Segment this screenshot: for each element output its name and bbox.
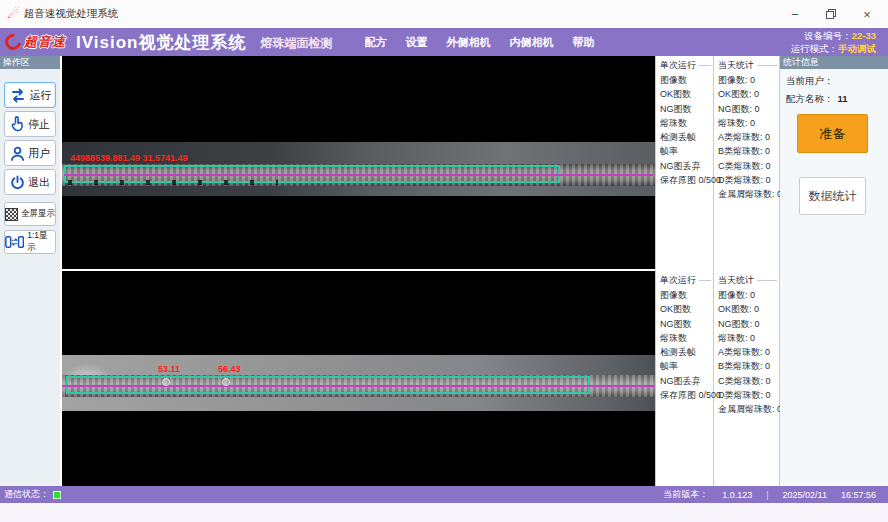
app-icon: ☄	[7, 7, 18, 21]
user-icon	[10, 146, 25, 161]
exit-button[interactable]: 退出	[4, 169, 56, 195]
stats-camera2-daily: 当天统计 图像数: 0 OK图数: 0 NG图数: 0 熔珠数: 0 A类熔珠数…	[714, 271, 779, 486]
stat-row: 图像数	[656, 288, 713, 302]
device-info: 设备编号：22-33 运行模式：手动调试	[791, 29, 888, 55]
stat-row: OK图数: 0	[714, 87, 779, 101]
stat-row: 熔珠数: 0	[714, 116, 779, 130]
one-to-one-icon	[5, 235, 24, 249]
stat-row: OK图数: 0	[714, 302, 779, 316]
version-value: 1.0.123	[722, 490, 752, 500]
stat-row: A类熔珠数: 0	[714, 345, 779, 359]
recipe-name-label: 配方名称：	[786, 93, 834, 104]
user-button-label: 用户	[28, 146, 50, 161]
status-separator: |	[766, 490, 768, 500]
status-date: 2025/02/11	[783, 490, 827, 500]
camera2-defect-marker-1	[162, 378, 170, 386]
stat-row: 金属屑熔珠数: 0	[714, 187, 779, 201]
stat-row: 检测丢帧	[656, 130, 713, 144]
statistics-info-panel: 统计信息 当前用户： 配方名称：11 准备 数据统计	[780, 56, 888, 486]
app-title: IVision视觉处理系统	[76, 31, 246, 54]
minimize-button[interactable]: −	[784, 5, 806, 23]
app-subtitle: 熔珠端面检测	[260, 35, 332, 52]
brand-logo-text: 超音速	[24, 33, 66, 51]
stats-camera1-daily: 当天统计 图像数: 0 OK图数: 0 NG图数: 0 熔珠数: 0 A类熔珠数…	[714, 56, 779, 268]
stat-row: C类熔珠数: 0	[714, 159, 779, 173]
prepare-button[interactable]: 准备	[797, 114, 868, 153]
stat-row: 保存原图 0/500	[656, 388, 713, 402]
exit-button-label: 退出	[28, 175, 50, 190]
window-controls: − ×	[784, 5, 888, 23]
data-statistics-button[interactable]: 数据统计	[799, 177, 866, 215]
one-to-one-button[interactable]: 1:1显示	[4, 230, 56, 254]
stat-row: 金属屑熔珠数: 0	[714, 402, 779, 416]
status-bar-right: 当前版本： 1.0.123 | 2025/02/11 16:57:56	[663, 488, 888, 501]
sidebar-operations: 操作区 运行 停止 用户 退出 全屏显示 1:1显示	[0, 56, 60, 486]
menu-item-inner-camera[interactable]: 内侧相机	[509, 35, 553, 50]
stat-row: B类熔珠数: 0	[714, 144, 779, 158]
comm-status-indicator	[53, 491, 61, 499]
menu-item-help[interactable]: 帮助	[572, 35, 594, 50]
version-label: 当前版本：	[663, 488, 708, 501]
stat-row: 熔珠数: 0	[714, 331, 779, 345]
daily-stats-title: 当天统计	[714, 271, 779, 288]
camera2-defect-marker-2	[222, 378, 230, 386]
stat-row: 图像数: 0	[714, 288, 779, 302]
status-time: 16:57:56	[841, 490, 876, 500]
stat-row: 熔珠数	[656, 331, 713, 345]
stats-camera2-single-run: 单次运行 图像数 OK图数 NG图数 熔珠数 检测丢帧 帧率 NG图丢弃 保存原…	[656, 271, 713, 486]
stat-row: NG图数	[656, 317, 713, 331]
device-id-value: 22-33	[852, 30, 876, 41]
device-id-label: 设备编号：	[804, 30, 852, 41]
stat-row: NG图数: 0	[714, 317, 779, 331]
status-bar: 通信状态： 当前版本： 1.0.123 | 2025/02/11 16:57:5…	[0, 486, 888, 503]
menu-item-recipe[interactable]: 配方	[364, 35, 386, 50]
camera2-measurement-1: 53.11	[158, 364, 180, 374]
hand-stop-icon	[10, 116, 25, 132]
restore-icon	[826, 9, 836, 19]
power-icon	[10, 175, 25, 190]
user-button[interactable]: 用户	[4, 140, 56, 166]
comm-status-label: 通信状态：	[4, 488, 49, 501]
run-button-label: 运行	[30, 88, 52, 103]
os-titlebar: ☄ 超音速视觉处理系统 − ×	[0, 0, 888, 28]
single-run-title: 单次运行	[656, 56, 713, 73]
stat-row: NG图丢弃	[656, 374, 713, 388]
restore-button[interactable]	[820, 5, 842, 23]
app-window: ☄ 超音速视觉处理系统 − × 超音速 IVision视觉处理系统 熔珠端面检测…	[0, 0, 888, 522]
stat-row: D类熔珠数: 0	[714, 173, 779, 187]
menu-item-settings[interactable]: 设置	[405, 35, 427, 50]
daily-stats-title: 当天统计	[714, 56, 779, 73]
current-user-label: 当前用户：	[786, 75, 834, 86]
close-button[interactable]: ×	[856, 5, 878, 23]
app-header: 超音速 IVision视觉处理系统 熔珠端面检测 配方 设置 外侧相机 内侧相机…	[0, 28, 888, 56]
run-mode-label: 运行模式：	[791, 43, 839, 54]
stat-row: C类熔珠数: 0	[714, 374, 779, 388]
brand-swoosh-icon	[2, 31, 24, 53]
stat-row: 熔珠数	[656, 116, 713, 130]
stat-row: 检测丢帧	[656, 345, 713, 359]
stat-row: D类熔珠数: 0	[714, 388, 779, 402]
stat-row: 图像数	[656, 73, 713, 87]
stop-button-label: 停止	[28, 117, 50, 132]
camera1-measurement-overlay: 44988539.881.49 31.5741.49	[70, 153, 188, 163]
run-cycle-icon	[9, 88, 27, 103]
fullscreen-button[interactable]: 全屏显示	[4, 202, 56, 226]
camera-view-1: 44988539.881.49 31.5741.49	[62, 56, 655, 269]
menu-item-outer-camera[interactable]: 外侧相机	[446, 35, 490, 50]
stat-row: 保存原图 0/500	[656, 173, 713, 187]
stats-camera1-single-run: 单次运行 图像数 OK图数 NG图数 熔珠数 检测丢帧 帧率 NG图丢弃 保存原…	[656, 56, 713, 268]
stat-row: NG图数: 0	[714, 102, 779, 116]
single-run-title: 单次运行	[656, 271, 713, 288]
recipe-name-value: 11	[838, 93, 848, 104]
stat-row: OK图数	[656, 302, 713, 316]
run-mode-value: 手动调试	[838, 43, 876, 54]
stat-row: B类熔珠数: 0	[714, 359, 779, 373]
info-panel-title: 统计信息	[780, 56, 888, 69]
stop-button[interactable]: 停止	[4, 111, 56, 137]
current-user-row: 当前用户：	[780, 75, 888, 88]
stat-row: OK图数	[656, 87, 713, 101]
main-menu: 配方 设置 外侧相机 内侧相机 帮助	[364, 35, 594, 50]
run-button[interactable]: 运行	[4, 82, 56, 108]
stat-row: A类熔珠数: 0	[714, 130, 779, 144]
camera1-bead-marks	[68, 180, 278, 185]
